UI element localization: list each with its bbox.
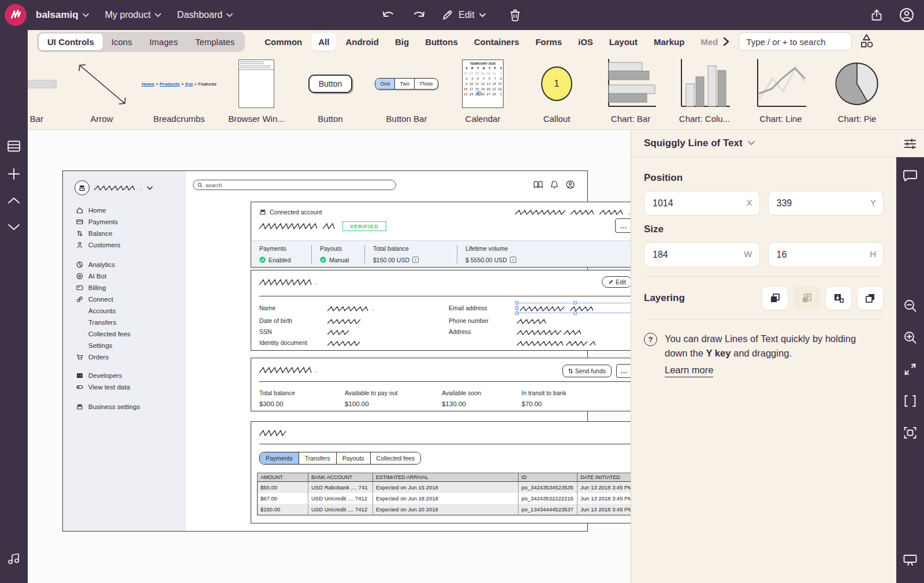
wireframe-nav-analytics[interactable]: Analytics [63, 259, 186, 270]
account-button[interactable] [899, 7, 915, 23]
wireframe-nav-business-settings[interactable]: Business settings [63, 401, 186, 413]
docs-book-icon[interactable] [534, 181, 543, 188]
wireframe-nav-transfers[interactable]: Transfers [63, 317, 186, 328]
palette-item-button-bar[interactable]: One Two Three Button Bar [370, 53, 444, 129]
previous-page-button[interactable] [0, 190, 28, 211]
comments-button[interactable] [896, 164, 924, 189]
tab-images[interactable]: Images [141, 34, 187, 50]
selection-handle[interactable] [515, 301, 519, 305]
palette-item-callout[interactable]: 1 Callout [522, 53, 591, 129]
wireframe-sidebar[interactable]: . Home Payments Balance Customers Analyt… [63, 171, 186, 531]
wireframe-profile-card[interactable]: . Edit Name . Email address [251, 270, 640, 351]
wireframe-browser-mockup[interactable]: . Home Payments Balance Customers Analyt… [62, 170, 588, 532]
wireframe-nav-orders[interactable]: Orders [63, 351, 186, 363]
wireframe-nav-collected-fees[interactable]: Collected fees [63, 328, 186, 340]
zoom-in-button[interactable] [896, 325, 924, 350]
user-icon[interactable] [566, 180, 575, 189]
info-icon[interactable]: i [510, 257, 516, 263]
bring-to-front-button[interactable] [762, 286, 788, 310]
selected-control-menu[interactable]: Squiggly Line of Text [644, 138, 755, 149]
palette-item-app-bar[interactable]: App Bar [28, 53, 62, 129]
wireframe-balance-card[interactable]: . Send funds ... Total balance$300.00 Av… [251, 358, 640, 411]
zoom-to-selection-button[interactable] [896, 420, 924, 445]
table-row[interactable]: $150.00USD Unicredit .... 7412Expected o… [258, 504, 636, 515]
tab-payments[interactable]: Payments [260, 452, 299, 464]
table-row[interactable]: $67.00USD Unicredit .... 7412Expected on… [258, 493, 636, 504]
tab-transfers[interactable]: Transfers [299, 452, 337, 464]
edit-button[interactable]: Edit [602, 276, 632, 288]
column-header[interactable]: AMOUNT [258, 473, 308, 482]
balsamiq-logo[interactable] [5, 4, 27, 26]
bring-forward-button[interactable] [793, 286, 820, 310]
category-media[interactable]: Med [694, 33, 719, 51]
info-icon[interactable]: i [412, 257, 419, 263]
wireframe-nav-accounts[interactable]: Accounts [63, 305, 186, 317]
send-to-back-button[interactable] [857, 286, 884, 310]
wireframe-nav-view-test-data[interactable]: View test data [63, 381, 186, 393]
width-input[interactable] [644, 242, 760, 267]
editor-canvas[interactable]: . Home Payments Balance Customers Analyt… [28, 130, 631, 583]
more-actions-button[interactable]: ... [615, 218, 632, 233]
edit-mode-menu[interactable]: Edit [441, 9, 486, 21]
selected-squiggly-line[interactable] [517, 303, 634, 313]
tab-ui-controls[interactable]: UI Controls [39, 34, 103, 50]
wireframe-nav-billing[interactable]: Billing [63, 282, 186, 294]
selection-handle[interactable] [573, 301, 577, 305]
undo-button[interactable] [381, 9, 396, 21]
wireframe-payouts-card[interactable]: Payments Transfers Payouts Collected fee… [251, 421, 640, 523]
category-layout[interactable]: Layout [602, 33, 644, 51]
palette-item-browser-window[interactable]: Browser Win... [222, 53, 291, 129]
wireframe-nav-customers[interactable]: Customers [63, 239, 186, 251]
palette-item-calendar[interactable]: FEBRUARY 2025 S M T W T F S 26 27 28 29 … [448, 53, 517, 129]
wireframe-nav-settings[interactable]: Settings [63, 340, 186, 351]
tab-icons[interactable]: Icons [103, 34, 141, 50]
x-input[interactable] [644, 191, 760, 216]
height-input[interactable] [768, 242, 884, 267]
category-containers[interactable]: Containers [467, 33, 526, 51]
wireframe-nav-connect[interactable]: Connect [63, 294, 186, 305]
selection-handle[interactable] [515, 311, 519, 315]
category-markup[interactable]: Markup [647, 33, 691, 51]
project-menu[interactable]: My product [105, 10, 161, 20]
palette-item-chart-line[interactable]: Chart: Line [744, 53, 818, 129]
share-button[interactable] [870, 8, 884, 22]
tab-payouts[interactable]: Payouts [337, 452, 371, 464]
palette-item-button[interactable]: Button Button [296, 53, 365, 129]
wireframe-nav-ai-bot[interactable]: AI Bot [63, 270, 186, 282]
column-header[interactable]: DATE INITIATED [578, 473, 636, 482]
palette-item-arrow[interactable]: Arrow [67, 53, 136, 129]
presentation-mode-button[interactable] [896, 547, 924, 573]
wireframe-nav-payments[interactable]: Payments [63, 216, 186, 228]
inspector-toggle-button[interactable] [896, 130, 924, 157]
table-row[interactable]: $50.00USD Rabobank .... 741Expected on J… [258, 482, 636, 493]
column-header[interactable]: ESTIMATED ARRIVAL [373, 473, 519, 482]
workspace-menu[interactable]: balsamiq [35, 9, 89, 21]
learn-more-link[interactable]: Learn more [665, 363, 713, 378]
category-android[interactable]: Android [338, 33, 386, 51]
whats-new-button[interactable] [0, 547, 28, 569]
palette-item-breadcrumbs[interactable]: Home > Products > Xyz > Features Breadcr… [141, 53, 217, 129]
wireframe-search-field[interactable]: search [193, 180, 396, 190]
add-page-button[interactable] [0, 163, 28, 185]
bell-icon[interactable] [550, 180, 558, 189]
column-header[interactable]: BANK ACCOUNT [308, 473, 373, 482]
category-big[interactable]: Big [388, 33, 416, 51]
payouts-table[interactable]: AMOUNT BANK ACCOUNT ESTIMATED ARRIVAL ID… [257, 473, 636, 515]
category-buttons[interactable]: Buttons [418, 33, 465, 51]
send-funds-button[interactable]: Send funds [562, 365, 612, 377]
selection-handle[interactable] [573, 311, 577, 315]
next-page-button[interactable] [0, 216, 28, 238]
more-actions-button[interactable]: ... [616, 364, 632, 378]
delete-button[interactable] [509, 8, 521, 22]
tab-collected-fees[interactable]: Collected fees [371, 452, 421, 464]
zoom-out-button[interactable] [896, 293, 924, 318]
category-all[interactable]: All [311, 33, 336, 51]
category-forms[interactable]: Forms [528, 33, 569, 51]
categories-scroll-right-button[interactable] [721, 37, 731, 46]
redo-button[interactable] [411, 9, 426, 21]
selection-handle[interactable] [515, 306, 519, 310]
pages-panel-button[interactable] [0, 135, 28, 157]
y-input[interactable] [768, 191, 884, 216]
palette-item-chart-pie[interactable]: Chart: Pie [822, 53, 892, 129]
wireframe-nav-home[interactable]: Home [63, 205, 186, 216]
